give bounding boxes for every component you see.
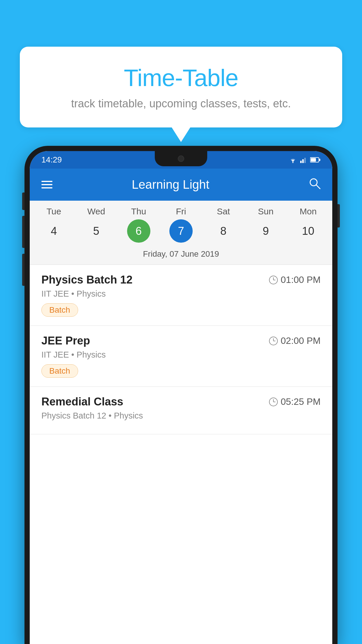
wifi-icon	[289, 157, 297, 163]
day-5[interactable]: 5	[85, 219, 108, 243]
schedule-time-text-1: 01:00 PM	[281, 274, 321, 285]
svg-line-8	[316, 185, 320, 189]
app-title: Learning Light	[61, 178, 280, 192]
day-6-today[interactable]: 6	[127, 219, 150, 243]
schedule-title-3: Remedial Class	[41, 396, 123, 408]
day-header-wed: Wed	[76, 206, 117, 216]
bubble-subtitle: track timetable, upcoming classes, tests…	[34, 97, 328, 110]
day-10[interactable]: 10	[296, 219, 320, 243]
status-icons	[289, 157, 321, 163]
day-header-mon: Mon	[288, 206, 328, 216]
day-4[interactable]: 4	[42, 219, 66, 243]
schedule-meta-2: IIT JEE • Physics	[41, 350, 321, 360]
svg-rect-2	[302, 159, 304, 163]
volume-up-button[interactable]	[22, 192, 24, 210]
search-icon[interactable]	[308, 177, 321, 192]
speech-bubble-container: Time-Table track timetable, upcoming cla…	[20, 47, 342, 127]
phone-notch	[155, 151, 207, 166]
svg-rect-1	[300, 161, 302, 163]
svg-point-0	[292, 162, 294, 163]
schedule-item-3[interactable]: Remedial Class 05:25 PM Physics Batch 12…	[30, 387, 332, 434]
schedule-title-1: Physics Batch 12	[41, 274, 133, 286]
day-9[interactable]: 9	[254, 219, 277, 243]
schedule-meta-1: IIT JEE • Physics	[41, 289, 321, 299]
calendar-strip: Tue Wed Thu Fri Sat Sun Mon 4 5 6 7 8 9 …	[30, 201, 332, 265]
hamburger-menu-icon[interactable]	[41, 181, 52, 188]
phone-frame: 14:29	[24, 146, 338, 644]
day-header-tue: Tue	[34, 206, 74, 216]
day-header-fri: Fri	[161, 206, 201, 216]
clock-icon-1	[269, 276, 278, 284]
power-button[interactable]	[338, 204, 340, 228]
day-header-sun: Sun	[245, 206, 286, 216]
status-time: 14:29	[41, 155, 62, 164]
phone-screen: 14:29	[30, 151, 332, 644]
schedule-item-1[interactable]: Physics Batch 12 01:00 PM IIT JEE • Phys…	[30, 265, 332, 326]
app-bar: Learning Light	[30, 169, 332, 201]
schedule-time-text-2: 02:00 PM	[281, 335, 321, 346]
clock-icon-3	[269, 398, 278, 406]
schedule-time-2: 02:00 PM	[269, 335, 321, 346]
day-header-sat: Sat	[203, 206, 244, 216]
day-numbers: 4 5 6 7 8 9 10	[30, 216, 332, 247]
batch-badge-2: Batch	[41, 364, 78, 378]
clock-icon-2	[269, 337, 278, 345]
schedule-item-2[interactable]: JEE Prep 02:00 PM IIT JEE • Physics Batc…	[30, 326, 332, 387]
schedule-time-1: 01:00 PM	[269, 274, 321, 285]
camera	[178, 155, 184, 162]
schedule-list: Physics Batch 12 01:00 PM IIT JEE • Phys…	[30, 265, 332, 644]
volume-down-button[interactable]	[22, 216, 24, 248]
bubble-title: Time-Table	[34, 64, 328, 92]
schedule-time-3: 05:25 PM	[269, 396, 321, 407]
schedule-meta-3: Physics Batch 12 • Physics	[41, 411, 321, 421]
schedule-item-header-2: JEE Prep 02:00 PM	[41, 335, 321, 347]
battery-icon	[310, 157, 321, 162]
svg-rect-3	[304, 158, 306, 163]
svg-rect-6	[319, 159, 320, 161]
day-7-selected[interactable]: 7	[169, 219, 193, 243]
day-header-thu: Thu	[118, 206, 159, 216]
svg-rect-5	[311, 158, 316, 162]
schedule-title-2: JEE Prep	[41, 335, 90, 347]
speech-bubble: Time-Table track timetable, upcoming cla…	[20, 47, 342, 127]
day-headers: Tue Wed Thu Fri Sat Sun Mon	[30, 206, 332, 216]
schedule-time-text-3: 05:25 PM	[281, 396, 321, 407]
silent-button[interactable]	[22, 254, 24, 286]
calendar-date-label: Friday, 07 June 2019	[30, 247, 332, 265]
day-8[interactable]: 8	[212, 219, 235, 243]
schedule-item-header-1: Physics Batch 12 01:00 PM	[41, 274, 321, 286]
batch-badge-1: Batch	[41, 303, 78, 317]
signal-icon	[300, 157, 307, 163]
schedule-item-header-3: Remedial Class 05:25 PM	[41, 396, 321, 408]
